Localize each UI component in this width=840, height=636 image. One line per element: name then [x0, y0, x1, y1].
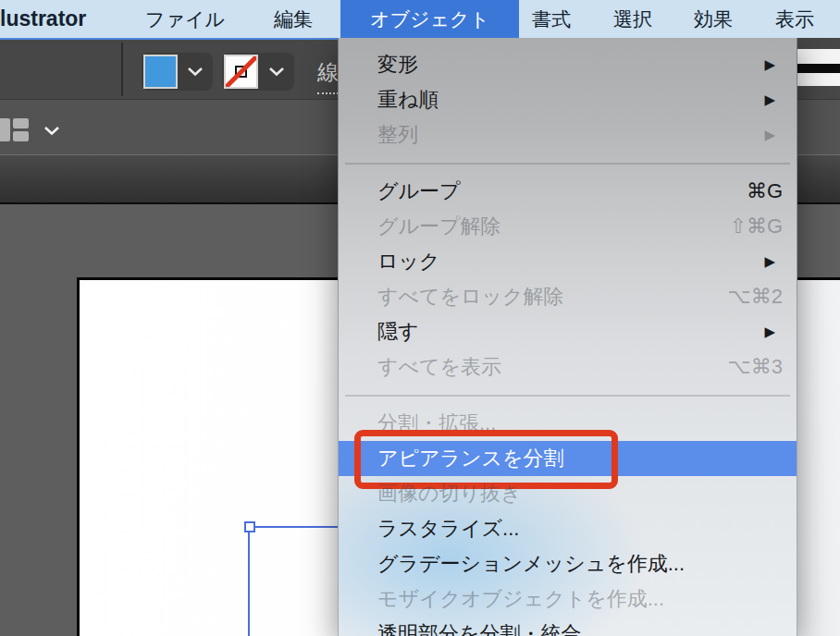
anchor-point-handle[interactable]	[244, 521, 255, 532]
stroke-label[interactable]: 線	[317, 58, 339, 94]
menu-item-label: ラスタライズ...	[377, 515, 519, 543]
menu-item-label: 画像の切り抜き	[377, 480, 522, 508]
toolbar-divider	[121, 43, 123, 96]
menu-item-label: 変形	[377, 51, 418, 79]
chevron-down-icon[interactable]	[43, 126, 60, 136]
menu-item-label: 重ね順	[377, 86, 439, 114]
menu-item-label: グループ解除	[377, 213, 501, 240]
menu-separator	[345, 163, 790, 165]
menu-item-label: グラデーションメッシュを作成...	[377, 550, 685, 578]
menu-item-label: すべてを表示	[377, 353, 501, 381]
submenu-arrow-icon: ▶	[764, 324, 775, 340]
menu-item-10: すべてを表示⌥⌘3	[339, 349, 797, 385]
menubar: lustrator ファイル編集オブジェクト書式選択効果表示	[0, 0, 840, 38]
menu-item-label: 隠す	[377, 318, 419, 346]
submenu-arrow-icon: ▶	[764, 127, 775, 143]
menubar-item-5[interactable]: 選択	[613, 0, 652, 38]
menubar-item-4[interactable]: 書式	[532, 0, 571, 38]
menu-item-9[interactable]: 隠す▶	[339, 314, 797, 349]
stroke-none-swatch[interactable]	[224, 55, 258, 89]
menu-item-12: 分割・拡張...	[339, 406, 797, 441]
submenu-arrow-icon: ▶	[764, 92, 775, 108]
menu-item-shortcut: ⇧⌘G	[729, 214, 783, 238]
chevron-down-icon[interactable]	[187, 67, 204, 77]
menu-item-5[interactable]: グループ⌘G	[339, 174, 797, 209]
menubar-item-1[interactable]: ファイル	[145, 0, 225, 38]
menu-item-14: 画像の切り抜き	[339, 476, 797, 511]
stroke-color-control[interactable]	[222, 53, 294, 91]
artboard-icon	[13, 131, 29, 141]
menu-item-15[interactable]: ラスタライズ...	[339, 511, 797, 546]
menu-item-shortcut: ⌥⌘3	[727, 355, 783, 379]
menu-item-shortcut: ⌘G	[747, 179, 783, 203]
object-menu-dropdown: 変形▶重ね順▶整列▶グループ⌘Gグループ解除⇧⌘Gロック▶すべてをロック解除⌥⌘…	[338, 38, 797, 636]
menu-item-7[interactable]: ロック▶	[339, 244, 797, 279]
menu-item-label: ロック	[377, 248, 440, 275]
selection-edge-left	[248, 532, 250, 636]
menu-item-3: 整列▶	[339, 117, 797, 153]
focus-accent-line	[0, 38, 338, 40]
menu-item-shortcut: ⌥⌘2	[727, 285, 783, 309]
menubar-item-6[interactable]: 効果	[694, 0, 733, 38]
menubar-item-2[interactable]: 編集	[274, 0, 313, 38]
stroke-line-icon	[791, 64, 840, 73]
fill-color-swatch[interactable]	[143, 55, 178, 89]
menu-item-18[interactable]: 透明部分を分割・統合	[339, 617, 797, 636]
chevron-down-icon[interactable]	[268, 67, 285, 77]
app-name[interactable]: lustrator	[0, 0, 86, 38]
menu-item-label: グループ	[377, 177, 461, 205]
menu-item-label: 分割・拡張...	[377, 410, 496, 437]
menu-item-label: すべてをロック解除	[377, 283, 564, 311]
menu-separator	[345, 395, 790, 397]
artboard-icon	[13, 118, 29, 128]
selection-edge-top	[255, 526, 338, 528]
menubar-item-3[interactable]: オブジェクト	[340, 0, 519, 38]
artboard-icon	[0, 118, 10, 141]
submenu-arrow-icon: ▶	[764, 253, 775, 270]
none-slash-icon	[224, 55, 258, 89]
stroke-weight-preview[interactable]	[791, 49, 840, 86]
menu-item-1[interactable]: 変形▶	[339, 47, 797, 82]
menu-item-17: モザイクオブジェクトを作成...	[339, 581, 797, 617]
menu-item-label: アピアランスを分割	[377, 445, 564, 472]
illustrator-window: lustrator ファイル編集オブジェクト書式選択効果表示 線	[0, 0, 840, 636]
menu-item-16[interactable]: グラデーションメッシュを作成...	[339, 546, 797, 581]
menu-item-label: 透明部分を分割・統合	[377, 620, 582, 636]
menu-item-label: モザイクオブジェクトを作成...	[377, 585, 664, 613]
menubar-item-7[interactable]: 表示	[775, 0, 814, 38]
menu-item-label: 整列	[377, 121, 418, 149]
menu-item-13[interactable]: アピアランスを分割	[339, 441, 797, 476]
menu-item-2[interactable]: 重ね順▶	[339, 82, 797, 117]
menu-item-8: すべてをロック解除⌥⌘2	[339, 279, 797, 314]
fill-color-control[interactable]	[142, 53, 213, 91]
menu-item-6: グループ解除⇧⌘G	[339, 209, 797, 244]
submenu-arrow-icon: ▶	[764, 56, 775, 73]
